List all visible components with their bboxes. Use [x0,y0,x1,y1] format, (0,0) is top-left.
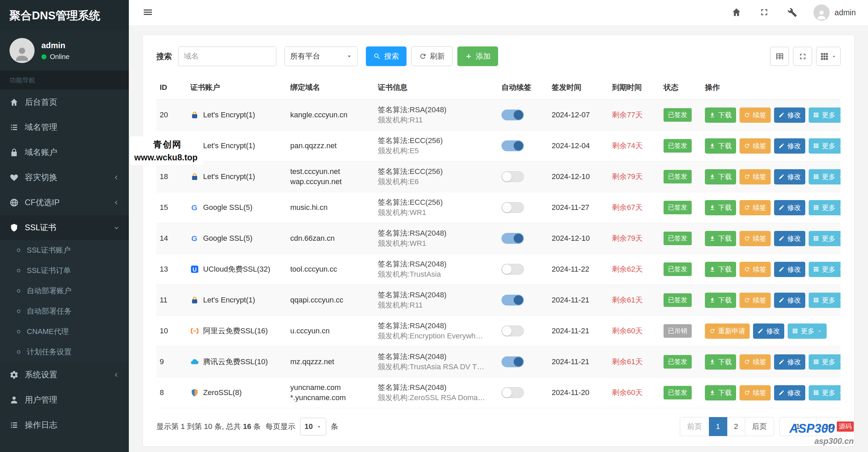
add-button[interactable]: 添加 [457,46,498,66]
more-button[interactable]: 更多 [809,169,841,184]
download-button[interactable]: 下载 [705,200,736,215]
platform-select[interactable]: 所有平台 [284,46,358,66]
download-button[interactable]: 下载 [705,262,736,277]
sidebar-item-system[interactable]: 系统设置 [0,362,129,387]
account-name: Google SSL(5) [203,234,253,243]
search-label: 搜索 [156,51,172,62]
sidebar-subitem-deploy-accounts[interactable]: 自动部署账户 [0,281,129,301]
issue-date: 2024-11-21 [548,347,609,377]
page-2-button[interactable]: 2 [727,417,745,436]
more-button[interactable]: 更多 [809,200,841,215]
download-button[interactable]: 下载 [705,107,736,123]
more-button[interactable]: 更多 [788,323,827,339]
renew-button[interactable]: 续签 [739,138,771,154]
renew-button[interactable]: 续签 [739,354,771,370]
per-page-select[interactable]: 10 [300,418,326,435]
renew-button[interactable]: 续签 [739,293,771,308]
page-1-button[interactable]: 1 [709,417,727,436]
download-button[interactable]: 下载 [705,169,736,184]
renew-button[interactable]: 续签 [739,231,771,246]
fullscreen-table-button[interactable] [793,47,812,66]
auto-renew-toggle[interactable] [501,264,524,275]
edit-icon [778,174,785,180]
search-input[interactable] [178,46,276,66]
auto-renew-toggle[interactable] [501,295,524,306]
download-button[interactable]: 下载 [705,231,736,246]
edit-button[interactable]: 修改 [774,200,805,215]
auto-renew-toggle[interactable] [501,326,524,336]
edit-button[interactable]: 修改 [753,323,784,339]
auto-renew-toggle[interactable] [501,140,524,151]
more-button[interactable]: 更多 [809,293,841,308]
search-button[interactable]: 搜索 [366,46,407,66]
renew-button[interactable]: 续签 [739,107,771,123]
sidebar-subitem-ssl-orders[interactable]: SSL证书订单 [0,260,129,281]
sidebar-subitem-cname-proxy[interactable]: CNAME代理 [0,321,129,342]
status-badge: 已签发 [664,386,692,399]
table-row: 19 Let's Encrypt(1) pan.qqzzz.net 签名算法:E… [156,131,841,161]
tools-button[interactable] [786,6,798,19]
sidebar-item-label: 容灾切换 [25,172,57,183]
renew-button[interactable]: 续签 [739,200,771,215]
more-button[interactable]: 更多 [809,231,841,246]
cert-account: Let's Encrypt(1) [187,161,287,192]
sidebar-item-home[interactable]: 后台首页 [0,90,129,115]
more-button[interactable]: 更多 [809,107,841,123]
sidebar-item-cf-ip[interactable]: CF优选IP [0,190,129,215]
sidebar-item-users[interactable]: 用户管理 [0,387,129,412]
auto-renew-toggle[interactable] [501,356,524,367]
more-button[interactable]: 更多 [809,138,841,154]
auto-renew-toggle[interactable] [501,233,524,244]
download-button[interactable]: 下载 [705,354,736,370]
edit-button[interactable]: 修改 [774,138,805,154]
renew-button[interactable]: 续签 [739,169,771,184]
sidebar-item-logs[interactable]: 操作日志 [0,412,129,437]
reapply-button[interactable]: 重新申请 [705,323,750,339]
auto-renew-toggle[interactable] [501,202,524,213]
user-menu[interactable]: admin [813,4,856,21]
sidebar-item-label: 域名账户 [25,147,57,158]
platform-select-value: 所有平台 [290,51,320,61]
sidebar-item-failover[interactable]: 容灾切换 [0,165,129,190]
auto-renew-toggle[interactable] [501,171,524,182]
next-page-button[interactable]: 后页 [745,417,774,436]
more-button[interactable]: 更多 [809,354,841,370]
renew-button[interactable]: 续签 [739,385,771,400]
sidebar-toggle-button[interactable] [141,6,155,19]
edit-button[interactable]: 修改 [774,169,805,184]
refresh-button-label: 刷新 [430,51,445,61]
edit-button[interactable]: 修改 [774,385,805,400]
renew-button[interactable]: 续签 [739,262,771,277]
user-icon [816,9,827,21]
sidebar-subitem-cron-settings[interactable]: 计划任务设置 [0,342,129,362]
edit-button[interactable]: 修改 [774,231,805,246]
prev-page-button[interactable]: 前页 [680,417,709,436]
table-row: 20 Let's Encrypt(1) kangle.cccyun.cn 签名算… [156,100,841,131]
sidebar-item-ssl[interactable]: SSL证书 [0,215,129,240]
sidebar-subitem-deploy-tasks[interactable]: 自动部署任务 [0,301,129,321]
home-button[interactable] [730,6,743,19]
more-button[interactable]: 更多 [809,262,841,277]
fullscreen-button[interactable] [758,6,771,19]
edit-button[interactable]: 修改 [774,293,805,308]
refresh-icon [744,174,750,180]
download-button[interactable]: 下载 [705,138,736,154]
edit-button[interactable]: 修改 [774,107,805,123]
more-button[interactable]: 更多 [809,385,841,400]
edit-button[interactable]: 修改 [774,354,805,370]
edit-button[interactable]: 修改 [774,262,805,277]
table-footer: 显示第 1 到第 10 条, 总共 16 条 每页显示 10 条 前页 1 2 [156,417,841,436]
sidebar-item-domain-accounts[interactable]: 域名账户 [0,140,129,165]
download-button[interactable]: 下载 [705,385,736,400]
status-badge: 已签发 [664,201,692,214]
toggle-view-button[interactable] [770,47,789,66]
refresh-button[interactable]: 刷新 [411,46,453,66]
auto-renew-toggle[interactable] [501,110,524,120]
columns-button[interactable] [816,47,841,66]
top-navbar: admin [129,0,868,25]
sidebar-item-label: 操作日志 [25,419,57,430]
sidebar-subitem-ssl-accounts[interactable]: SSL证书账户 [0,240,129,260]
sidebar-item-domains[interactable]: 域名管理 [0,115,129,140]
download-button[interactable]: 下载 [705,293,736,308]
auto-renew-toggle[interactable] [501,387,524,398]
